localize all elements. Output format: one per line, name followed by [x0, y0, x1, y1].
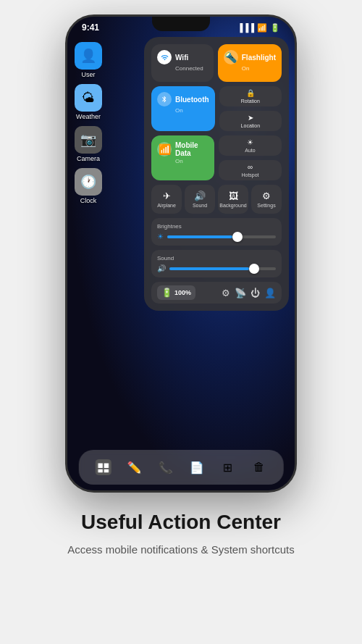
wifi-status-icon: 📶: [257, 23, 267, 33]
sound-thumb[interactable]: [249, 264, 259, 274]
app-camera[interactable]: 📷 Camera: [75, 126, 102, 162]
airplane-icon: ✈: [163, 191, 171, 201]
dock-layout[interactable]: ⊞: [216, 456, 240, 479]
signal-icon: ▐▐▐: [237, 23, 254, 32]
brightness-track[interactable]: [167, 235, 276, 238]
auto-toggle[interactable]: ☀ Auto: [219, 135, 282, 156]
bluetooth-icon: [157, 92, 172, 106]
cc-bottom-icons: ⚙ 📡 ⏻ 👤: [222, 288, 276, 298]
dock-pencil[interactable]: ✏️: [122, 456, 146, 479]
user-bottom-icon[interactable]: 👤: [264, 288, 276, 298]
battery-status-icon: 🔋: [270, 23, 280, 33]
settings-label: Settings: [257, 203, 275, 208]
sound-toggle[interactable]: 🔊 Sound: [185, 185, 215, 214]
cc-rotation-location: 🔒 Rotation ➤ Location: [219, 86, 282, 131]
camera-app-label: Camera: [77, 155, 100, 162]
app-user[interactable]: 👤 User: [75, 42, 102, 78]
phone-frame-container: 9:41 ▐▐▐ 📶 🔋 👤 User 🌤 Weather 📷 Camera: [65, 14, 297, 493]
power-bottom-icon[interactable]: ⏻: [251, 288, 260, 298]
sound-slider-row: 🔊: [157, 264, 276, 272]
cc-bottom-row: 🔋 100% ⚙ 📡 ⏻ 👤: [151, 282, 282, 304]
control-center: Wifi Connected 🔦 Flashlight On: [144, 37, 289, 311]
location-toggle[interactable]: ➤ Location: [219, 111, 282, 131]
sound-fill: [169, 267, 249, 270]
background-icon: 🖼: [229, 191, 238, 201]
background-toggle[interactable]: 🖼 Background: [218, 185, 248, 214]
hotspot-label: Hotspot: [241, 172, 258, 177]
sound-track[interactable]: [169, 267, 276, 270]
brightness-fill: [167, 235, 232, 238]
gear-bottom-icon[interactable]: ⚙: [222, 288, 230, 298]
wifi-sub: Connected: [157, 65, 208, 72]
weather-app-icon: 🌤: [75, 84, 102, 112]
bluetooth-toggle[interactable]: Bluetooth On: [151, 86, 215, 131]
dock-phone[interactable]: 📞: [153, 456, 177, 479]
airplane-toggle[interactable]: ✈ Airplane: [151, 185, 182, 214]
clock-app-icon: 🕐: [75, 168, 102, 196]
location-label: Location: [241, 123, 260, 128]
flashlight-label: Flashlight: [242, 54, 276, 62]
cc-row-1: Wifi Connected 🔦 Flashlight On: [151, 44, 282, 82]
cc-row-3: 📶 Mobile Data On ☀ Auto ∞ Hotspot: [151, 135, 282, 180]
svg-rect-0: [95, 459, 111, 475]
mobile-data-sub: On: [157, 158, 209, 164]
bluetooth-label: Bluetooth: [175, 96, 209, 104]
brightness-slider-row: ☀: [157, 233, 276, 241]
status-icons: ▐▐▐ 📶 🔋: [237, 23, 280, 33]
app-clock[interactable]: 🕐 Clock: [75, 168, 102, 204]
cc-auto-hotspot: ☀ Auto ∞ Hotspot: [219, 135, 282, 180]
dock-notes[interactable]: 📄: [185, 456, 209, 479]
sound-slider-label: Sound: [157, 255, 276, 262]
weather-app-label: Weather: [76, 113, 101, 120]
rotation-label: Rotation: [241, 99, 260, 104]
settings-toggle[interactable]: ⚙ Settings: [251, 185, 282, 214]
user-app-label: User: [81, 71, 95, 78]
home-apps: 👤 User 🌤 Weather 📷 Camera 🕐 Clock: [75, 42, 102, 204]
location-icon: ➤: [248, 114, 253, 122]
battery-icon: 🔋: [161, 288, 172, 298]
auto-icon: ☀: [247, 138, 253, 146]
brightness-label: Brightnes: [157, 223, 276, 230]
user-app-icon: 👤: [75, 42, 102, 70]
flashlight-sub: On: [224, 65, 276, 72]
rotation-toggle[interactable]: 🔒 Rotation: [219, 86, 282, 106]
bluetooth-sub: On: [157, 107, 209, 114]
mobile-data-icon: 📶: [157, 142, 172, 156]
page-subtitle: Access mobile notifications & System sho…: [67, 542, 294, 559]
phone-frame: 9:41 ▐▐▐ 📶 🔋 👤 User 🌤 Weather 📷 Camera: [65, 14, 297, 493]
sound-section: Sound 🔊: [151, 250, 282, 277]
camera-app-icon: 📷: [75, 126, 102, 154]
cc-row-2: Bluetooth On 🔒 Rotation ➤ Location: [151, 86, 282, 131]
sound-icon: 🔊: [194, 191, 206, 201]
dock-finder[interactable]: [91, 456, 114, 479]
brightness-section: Brightnes ☀: [151, 218, 282, 246]
background-label: Background: [219, 203, 246, 208]
brightness-icon: ☀: [157, 233, 164, 241]
wifi-label: Wifi: [175, 54, 188, 62]
hotspot-toggle[interactable]: ∞ Hotspot: [219, 160, 282, 180]
app-weather[interactable]: 🌤 Weather: [75, 84, 102, 120]
phone-notch: [152, 17, 210, 31]
hotspot-icon: ∞: [248, 163, 253, 171]
dock: ✏️ 📞 📄 ⊞ 🗑: [79, 450, 284, 485]
text-section: Useful Action Center Access mobile notif…: [38, 493, 323, 558]
airplane-label: Airplane: [157, 203, 176, 208]
network-bottom-icon[interactable]: 📡: [235, 288, 246, 298]
brightness-thumb[interactable]: [232, 232, 243, 242]
mobile-data-label: Mobile Data: [175, 141, 209, 157]
rotation-icon: 🔒: [246, 89, 255, 97]
sound-vol-icon: 🔊: [157, 264, 166, 272]
cc-action-row: ✈ Airplane 🔊 Sound 🖼 Background ⚙ Settin…: [151, 185, 282, 214]
settings-icon: ⚙: [262, 191, 271, 201]
sound-label: Sound: [193, 203, 207, 208]
wifi-icon: [157, 50, 172, 64]
battery-percent: 100%: [174, 289, 191, 296]
dock-trash[interactable]: 🗑: [248, 456, 271, 479]
wifi-toggle[interactable]: Wifi Connected: [151, 44, 214, 82]
status-time: 9:41: [82, 22, 99, 33]
battery-indicator: 🔋 100%: [157, 285, 195, 300]
auto-label: Auto: [245, 148, 255, 153]
mobile-data-toggle[interactable]: 📶 Mobile Data On: [151, 135, 214, 180]
clock-app-label: Clock: [80, 197, 97, 204]
flashlight-toggle[interactable]: 🔦 Flashlight On: [218, 44, 282, 82]
